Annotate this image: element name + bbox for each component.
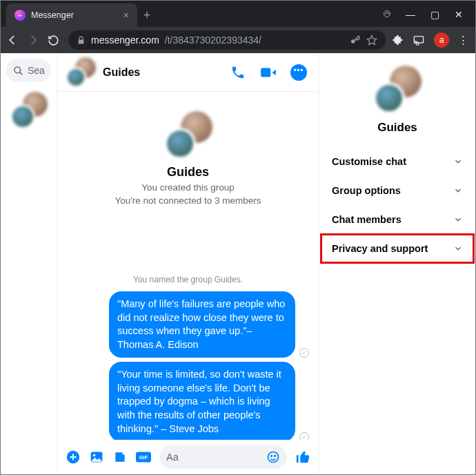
section-label: Customise chat: [332, 156, 406, 167]
browser-tab-bar: Messenger × + — ▢ ✕: [1, 1, 475, 27]
message-bubble[interactable]: "Many of life's failures are people who …: [109, 291, 295, 358]
browser-tab[interactable]: Messenger ×: [6, 3, 137, 27]
profile-button[interactable]: a: [434, 32, 449, 48]
url-path: /t/3843730202393434/: [165, 35, 261, 46]
like-button[interactable]: [295, 449, 310, 465]
svg-point-2: [14, 66, 21, 72]
info-title: Guides: [326, 121, 468, 135]
svg-rect-3: [261, 68, 270, 77]
chat-header: Guides: [57, 53, 319, 92]
section-label: Privacy and support: [332, 243, 428, 254]
new-tab-button[interactable]: +: [137, 8, 157, 27]
chat-title[interactable]: Guides: [103, 66, 140, 79]
close-tab-icon[interactable]: ×: [123, 10, 129, 21]
section-label: Group options: [332, 185, 401, 196]
group-avatar-icon: [66, 57, 96, 88]
info-panel: Guides Customise chat Group options Chat…: [319, 53, 475, 474]
message-row: "Many of life's failures are people who …: [67, 291, 309, 358]
star-icon[interactable]: [366, 35, 377, 46]
message-row: "Your time is limited, so don't waste it…: [67, 362, 309, 440]
chevron-down-icon: [453, 186, 463, 195]
svg-point-6: [93, 454, 95, 456]
message-placeholder: Aa: [166, 452, 179, 463]
chat-body: Guides You created this group You're not…: [57, 92, 319, 440]
browser-toolbar: messenger.com/t/3843730202393434/ a ⋮: [1, 27, 475, 53]
svg-point-9: [268, 452, 279, 463]
group-options-section[interactable]: Group options: [321, 176, 474, 205]
chevron-down-icon: [453, 244, 463, 253]
url-domain: messenger.com: [91, 35, 159, 46]
menu-icon[interactable]: ⋮: [456, 34, 470, 46]
privacy-support-section[interactable]: Privacy and support: [321, 234, 474, 263]
chat-members-section[interactable]: Chat members: [321, 205, 474, 234]
add-attachment-button[interactable]: [66, 449, 81, 465]
search-placeholder: Sea: [28, 65, 45, 76]
svg-text:GIF: GIF: [139, 454, 148, 461]
sticker-button[interactable]: [112, 450, 128, 464]
chevron-down-icon: [453, 157, 463, 166]
customise-chat-section[interactable]: Customise chat: [321, 147, 474, 176]
image-button[interactable]: [89, 450, 104, 464]
message-bubble[interactable]: "Your time is limited, so don't waste it…: [109, 362, 295, 440]
gif-button[interactable]: GIF: [136, 451, 151, 463]
messenger-favicon: [14, 10, 26, 21]
intro-subline: You're not connected to 3 members: [67, 195, 309, 206]
extensions-icon[interactable]: [393, 35, 406, 46]
emoji-button[interactable]: [266, 450, 280, 464]
sent-status-icon: ✓: [299, 348, 309, 358]
group-avatar-icon: [164, 111, 212, 159]
svg-point-0: [351, 39, 355, 43]
voice-call-button[interactable]: [226, 61, 250, 84]
search-icon: [13, 66, 23, 76]
search-input[interactable]: Sea: [6, 59, 51, 82]
chat-info-button[interactable]: [287, 61, 310, 84]
svg-point-10: [271, 456, 272, 457]
group-avatar-icon: [373, 66, 422, 114]
close-window-button[interactable]: ✕: [455, 9, 463, 20]
tab-title: Messenger: [31, 10, 74, 20]
address-bar[interactable]: messenger.com/t/3843730202393434/: [68, 30, 386, 50]
incognito-indicator-icon: [384, 10, 390, 17]
chat-intro: Guides You created this group You're not…: [67, 99, 309, 206]
message-input[interactable]: Aa: [159, 445, 287, 469]
chevron-down-icon: [453, 215, 463, 224]
forward-button[interactable]: [27, 34, 41, 46]
window-controls: — ▢ ✕: [384, 9, 475, 27]
group-avatar-icon: [10, 92, 48, 129]
composer: GIF Aa: [57, 440, 319, 474]
cast-icon[interactable]: [413, 35, 427, 46]
key-icon[interactable]: [350, 35, 361, 46]
system-message: You named the group Guides.: [67, 275, 309, 284]
lock-icon: [77, 36, 86, 45]
intro-title: Guides: [67, 165, 309, 180]
reload-button[interactable]: [48, 35, 61, 46]
video-call-button[interactable]: [257, 61, 280, 84]
conversation-item[interactable]: [6, 92, 51, 129]
maximize-button[interactable]: ▢: [430, 9, 439, 20]
section-label: Chat members: [332, 214, 401, 225]
minimize-button[interactable]: —: [406, 9, 415, 20]
sent-status-icon: ✓: [299, 432, 309, 440]
intro-subline: You created this group: [67, 182, 309, 193]
svg-rect-1: [414, 37, 423, 43]
back-button[interactable]: [6, 34, 20, 46]
svg-point-11: [275, 456, 276, 457]
